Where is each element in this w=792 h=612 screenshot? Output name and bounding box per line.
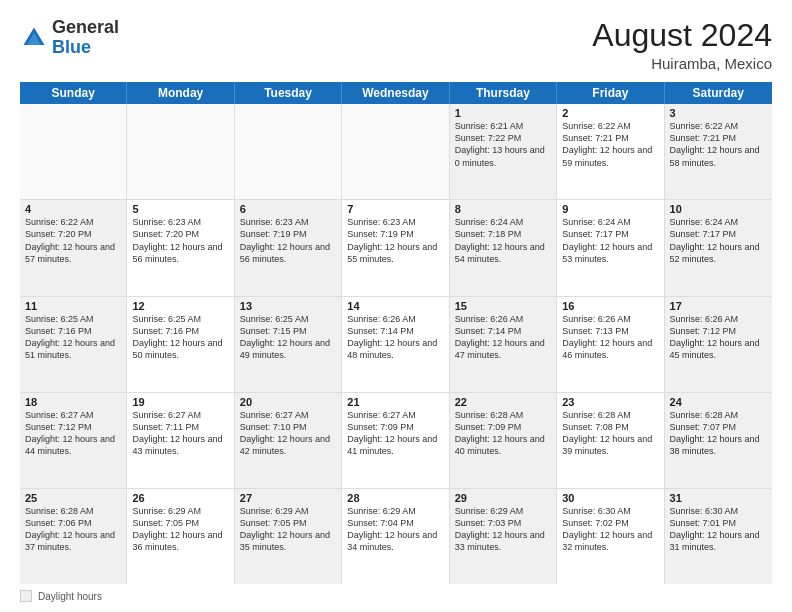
day-number: 16 <box>562 300 658 312</box>
calendar-cell: 5Sunrise: 6:23 AM Sunset: 7:20 PM Daylig… <box>127 200 234 295</box>
calendar-cell: 18Sunrise: 6:27 AM Sunset: 7:12 PM Dayli… <box>20 393 127 488</box>
cell-info: Sunrise: 6:30 AM Sunset: 7:01 PM Dayligh… <box>670 505 767 554</box>
calendar-cell: 3Sunrise: 6:22 AM Sunset: 7:21 PM Daylig… <box>665 104 772 199</box>
cell-info: Sunrise: 6:21 AM Sunset: 7:22 PM Dayligh… <box>455 120 551 169</box>
month-year: August 2024 <box>592 18 772 53</box>
calendar-cell: 19Sunrise: 6:27 AM Sunset: 7:11 PM Dayli… <box>127 393 234 488</box>
calendar-header: SundayMondayTuesdayWednesdayThursdayFrid… <box>20 82 772 104</box>
calendar-cell: 8Sunrise: 6:24 AM Sunset: 7:18 PM Daylig… <box>450 200 557 295</box>
calendar-cell <box>127 104 234 199</box>
header-day: Tuesday <box>235 82 342 104</box>
calendar-cell: 13Sunrise: 6:25 AM Sunset: 7:15 PM Dayli… <box>235 297 342 392</box>
calendar-row: 1Sunrise: 6:21 AM Sunset: 7:22 PM Daylig… <box>20 104 772 200</box>
cell-info: Sunrise: 6:24 AM Sunset: 7:17 PM Dayligh… <box>562 216 658 265</box>
calendar-cell: 10Sunrise: 6:24 AM Sunset: 7:17 PM Dayli… <box>665 200 772 295</box>
header: General Blue August 2024 Huiramba, Mexic… <box>20 18 772 72</box>
cell-info: Sunrise: 6:25 AM Sunset: 7:15 PM Dayligh… <box>240 313 336 362</box>
day-number: 2 <box>562 107 658 119</box>
cell-info: Sunrise: 6:27 AM Sunset: 7:09 PM Dayligh… <box>347 409 443 458</box>
footer: Daylight hours <box>20 590 772 602</box>
footer-label: Daylight hours <box>38 591 102 602</box>
page: General Blue August 2024 Huiramba, Mexic… <box>0 0 792 612</box>
logo: General Blue <box>20 18 119 58</box>
cell-info: Sunrise: 6:29 AM Sunset: 7:04 PM Dayligh… <box>347 505 443 554</box>
calendar-cell: 29Sunrise: 6:29 AM Sunset: 7:03 PM Dayli… <box>450 489 557 584</box>
day-number: 7 <box>347 203 443 215</box>
cell-info: Sunrise: 6:22 AM Sunset: 7:21 PM Dayligh… <box>562 120 658 169</box>
calendar-cell: 11Sunrise: 6:25 AM Sunset: 7:16 PM Dayli… <box>20 297 127 392</box>
calendar-cell <box>20 104 127 199</box>
calendar-cell: 4Sunrise: 6:22 AM Sunset: 7:20 PM Daylig… <box>20 200 127 295</box>
calendar-cell: 28Sunrise: 6:29 AM Sunset: 7:04 PM Dayli… <box>342 489 449 584</box>
logo-icon <box>20 24 48 52</box>
title-block: August 2024 Huiramba, Mexico <box>592 18 772 72</box>
day-number: 11 <box>25 300 121 312</box>
cell-info: Sunrise: 6:23 AM Sunset: 7:20 PM Dayligh… <box>132 216 228 265</box>
header-day: Monday <box>127 82 234 104</box>
logo-general: General <box>52 17 119 37</box>
calendar-cell: 15Sunrise: 6:26 AM Sunset: 7:14 PM Dayli… <box>450 297 557 392</box>
cell-info: Sunrise: 6:22 AM Sunset: 7:21 PM Dayligh… <box>670 120 767 169</box>
cell-info: Sunrise: 6:29 AM Sunset: 7:05 PM Dayligh… <box>240 505 336 554</box>
calendar-cell: 1Sunrise: 6:21 AM Sunset: 7:22 PM Daylig… <box>450 104 557 199</box>
day-number: 3 <box>670 107 767 119</box>
cell-info: Sunrise: 6:28 AM Sunset: 7:06 PM Dayligh… <box>25 505 121 554</box>
day-number: 18 <box>25 396 121 408</box>
location: Huiramba, Mexico <box>592 55 772 72</box>
cell-info: Sunrise: 6:27 AM Sunset: 7:12 PM Dayligh… <box>25 409 121 458</box>
day-number: 28 <box>347 492 443 504</box>
day-number: 17 <box>670 300 767 312</box>
day-number: 12 <box>132 300 228 312</box>
calendar-cell: 2Sunrise: 6:22 AM Sunset: 7:21 PM Daylig… <box>557 104 664 199</box>
calendar-row: 18Sunrise: 6:27 AM Sunset: 7:12 PM Dayli… <box>20 393 772 489</box>
day-number: 31 <box>670 492 767 504</box>
cell-info: Sunrise: 6:28 AM Sunset: 7:08 PM Dayligh… <box>562 409 658 458</box>
day-number: 23 <box>562 396 658 408</box>
day-number: 15 <box>455 300 551 312</box>
cell-info: Sunrise: 6:30 AM Sunset: 7:02 PM Dayligh… <box>562 505 658 554</box>
calendar-cell: 31Sunrise: 6:30 AM Sunset: 7:01 PM Dayli… <box>665 489 772 584</box>
header-day: Friday <box>557 82 664 104</box>
cell-info: Sunrise: 6:26 AM Sunset: 7:14 PM Dayligh… <box>347 313 443 362</box>
cell-info: Sunrise: 6:26 AM Sunset: 7:12 PM Dayligh… <box>670 313 767 362</box>
calendar-cell: 22Sunrise: 6:28 AM Sunset: 7:09 PM Dayli… <box>450 393 557 488</box>
cell-info: Sunrise: 6:28 AM Sunset: 7:07 PM Dayligh… <box>670 409 767 458</box>
logo-text: General Blue <box>52 18 119 58</box>
cell-info: Sunrise: 6:22 AM Sunset: 7:20 PM Dayligh… <box>25 216 121 265</box>
calendar: SundayMondayTuesdayWednesdayThursdayFrid… <box>20 82 772 584</box>
calendar-cell: 25Sunrise: 6:28 AM Sunset: 7:06 PM Dayli… <box>20 489 127 584</box>
cell-info: Sunrise: 6:24 AM Sunset: 7:17 PM Dayligh… <box>670 216 767 265</box>
calendar-cell: 30Sunrise: 6:30 AM Sunset: 7:02 PM Dayli… <box>557 489 664 584</box>
day-number: 21 <box>347 396 443 408</box>
calendar-row: 11Sunrise: 6:25 AM Sunset: 7:16 PM Dayli… <box>20 297 772 393</box>
day-number: 19 <box>132 396 228 408</box>
calendar-cell: 21Sunrise: 6:27 AM Sunset: 7:09 PM Dayli… <box>342 393 449 488</box>
calendar-cell: 14Sunrise: 6:26 AM Sunset: 7:14 PM Dayli… <box>342 297 449 392</box>
cell-info: Sunrise: 6:27 AM Sunset: 7:11 PM Dayligh… <box>132 409 228 458</box>
cell-info: Sunrise: 6:26 AM Sunset: 7:13 PM Dayligh… <box>562 313 658 362</box>
day-number: 6 <box>240 203 336 215</box>
header-day: Thursday <box>450 82 557 104</box>
calendar-cell: 26Sunrise: 6:29 AM Sunset: 7:05 PM Dayli… <box>127 489 234 584</box>
day-number: 5 <box>132 203 228 215</box>
day-number: 1 <box>455 107 551 119</box>
header-day: Wednesday <box>342 82 449 104</box>
day-number: 13 <box>240 300 336 312</box>
cell-info: Sunrise: 6:26 AM Sunset: 7:14 PM Dayligh… <box>455 313 551 362</box>
cell-info: Sunrise: 6:29 AM Sunset: 7:05 PM Dayligh… <box>132 505 228 554</box>
cell-info: Sunrise: 6:23 AM Sunset: 7:19 PM Dayligh… <box>347 216 443 265</box>
daylight-swatch <box>20 590 32 602</box>
day-number: 29 <box>455 492 551 504</box>
calendar-cell: 20Sunrise: 6:27 AM Sunset: 7:10 PM Dayli… <box>235 393 342 488</box>
calendar-cell <box>342 104 449 199</box>
calendar-cell: 27Sunrise: 6:29 AM Sunset: 7:05 PM Dayli… <box>235 489 342 584</box>
calendar-cell: 7Sunrise: 6:23 AM Sunset: 7:19 PM Daylig… <box>342 200 449 295</box>
calendar-cell: 12Sunrise: 6:25 AM Sunset: 7:16 PM Dayli… <box>127 297 234 392</box>
day-number: 9 <box>562 203 658 215</box>
day-number: 30 <box>562 492 658 504</box>
calendar-cell: 24Sunrise: 6:28 AM Sunset: 7:07 PM Dayli… <box>665 393 772 488</box>
cell-info: Sunrise: 6:23 AM Sunset: 7:19 PM Dayligh… <box>240 216 336 265</box>
day-number: 26 <box>132 492 228 504</box>
header-day: Sunday <box>20 82 127 104</box>
calendar-cell: 16Sunrise: 6:26 AM Sunset: 7:13 PM Dayli… <box>557 297 664 392</box>
